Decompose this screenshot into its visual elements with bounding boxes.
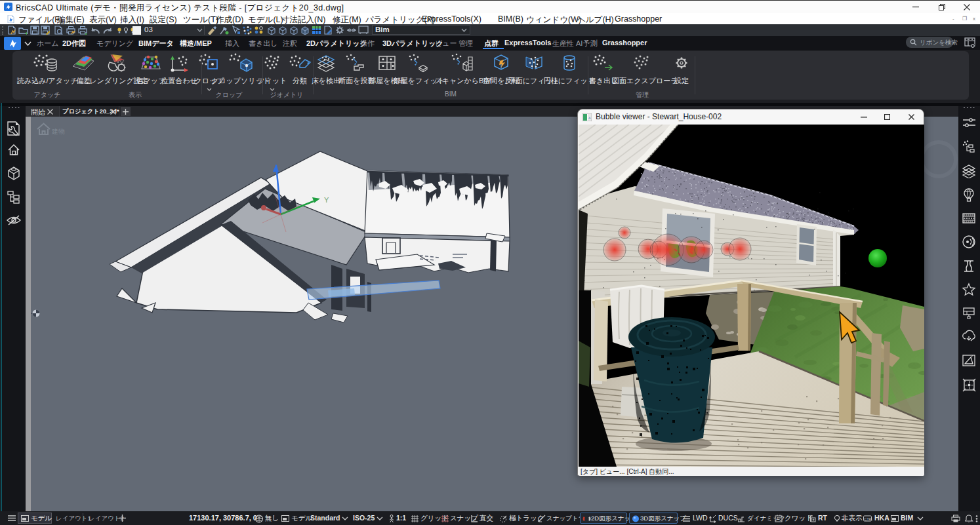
svg-text:Y: Y [324, 196, 329, 204]
svg-text:CTRL: CTRL [865, 517, 872, 521]
svg-text:建物: 建物 [51, 128, 65, 135]
